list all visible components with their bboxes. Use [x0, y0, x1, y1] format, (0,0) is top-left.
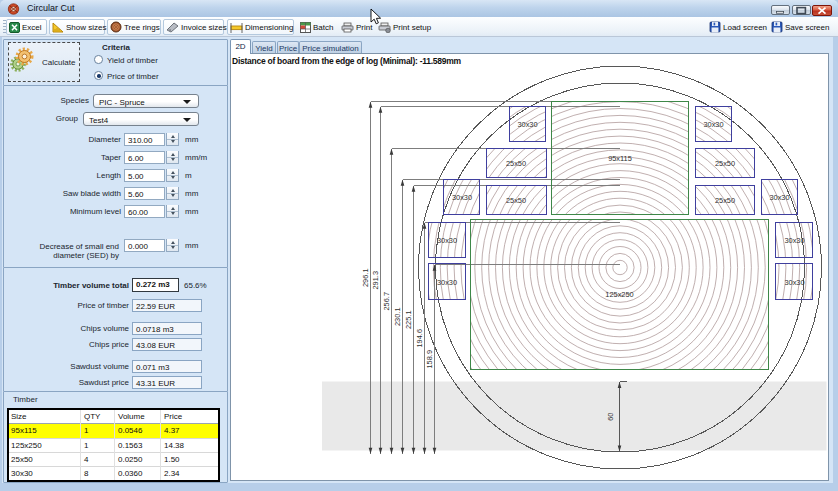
svg-text:30x30: 30x30 [703, 120, 723, 129]
svg-text:30x30: 30x30 [517, 120, 537, 129]
svg-text:256.7: 256.7 [382, 292, 391, 311]
svg-text:25x50: 25x50 [506, 196, 526, 205]
svg-text:291.3: 291.3 [371, 271, 380, 290]
svg-text:30x30: 30x30 [769, 193, 789, 202]
svg-text:25x50: 25x50 [506, 159, 526, 168]
svg-text:30x30: 30x30 [437, 278, 457, 287]
svg-text:25x50: 25x50 [715, 196, 735, 205]
svg-text:125x250: 125x250 [605, 290, 633, 299]
svg-text:30x30: 30x30 [437, 236, 457, 245]
svg-text:60: 60 [606, 413, 615, 421]
svg-text:30x30: 30x30 [784, 278, 804, 287]
svg-text:230.1: 230.1 [393, 308, 402, 327]
svg-text:194.6: 194.6 [415, 329, 424, 348]
svg-text:296.1: 296.1 [361, 269, 370, 288]
svg-text:95x115: 95x115 [608, 154, 632, 163]
svg-text:158.9: 158.9 [425, 350, 434, 369]
svg-text:225.1: 225.1 [404, 311, 413, 330]
svg-text:30x30: 30x30 [452, 193, 472, 202]
svg-text:25x50: 25x50 [715, 159, 735, 168]
svg-text:30x30: 30x30 [784, 236, 804, 245]
